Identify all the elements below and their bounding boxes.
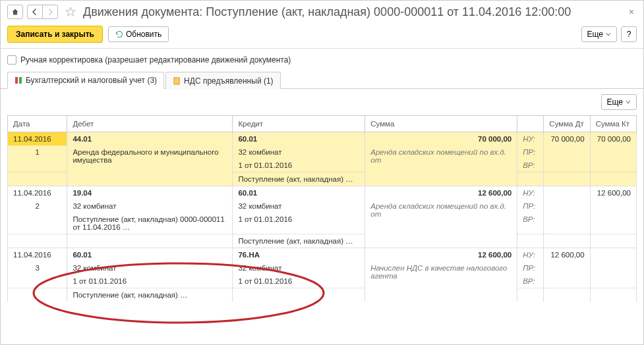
table-row[interactable]: 11.04.2016 19.04 60.01 12 600,00 НУ: 12 …	[8, 186, 637, 200]
tab-vat[interactable]: НДС предъявленный (1)	[165, 72, 280, 89]
movements-table: Дата Дебет Кредит Сумма Сумма Дт Сумма К…	[7, 115, 637, 302]
document-icon	[173, 77, 181, 85]
col-sum-dt[interactable]: Сумма Дт	[544, 116, 590, 132]
table-row[interactable]: Поступление (акт, накладная) …	[8, 234, 637, 248]
table-row[interactable]: Поступление (акт, накладная) …	[8, 288, 637, 302]
table-row[interactable]: Поступление (акт, накладная) …	[8, 172, 637, 186]
chevron-down-icon	[626, 99, 631, 105]
col-sum-kt[interactable]: Сумма Кт	[590, 116, 636, 132]
table-row[interactable]: 3 32 комбинат 32 комбинат Начислен НДС в…	[8, 261, 637, 275]
forward-button[interactable]	[42, 5, 58, 19]
manual-edit-label: Ручная корректировка (разрешает редактир…	[20, 55, 291, 65]
refresh-icon	[115, 30, 123, 38]
manual-edit-checkbox[interactable]	[7, 55, 16, 65]
col-date[interactable]: Дата	[8, 116, 67, 132]
table-row[interactable]: 1 Аренда федерального и муниципального и…	[8, 146, 637, 159]
col-sum[interactable]: Сумма	[365, 116, 517, 132]
svg-rect-2	[174, 78, 179, 84]
ledger-icon	[15, 76, 22, 84]
tab-accounting[interactable]: Бухгалтерский и налоговый учет (3)	[7, 72, 164, 89]
save-close-button[interactable]: Записать и закрыть	[7, 26, 103, 43]
table-row[interactable]: 11.04.2016 44.01 60.01 70 000,00 НУ: 70 …	[8, 132, 637, 146]
help-button[interactable]: ?	[621, 26, 637, 42]
svg-rect-1	[19, 77, 22, 84]
col-credit[interactable]: Кредит	[233, 116, 365, 132]
more-button[interactable]: Еще	[581, 26, 617, 42]
refresh-button[interactable]: Обновить	[108, 26, 169, 42]
svg-rect-0	[15, 77, 18, 84]
chevron-down-icon	[606, 32, 611, 37]
favorite-star-icon[interactable]	[65, 6, 76, 18]
table-row[interactable]: 11.04.2016 60.01 76.НА 12 600,00 НУ: 12 …	[8, 248, 637, 262]
table-row[interactable]: 2 32 комбинат 32 комбинат Аренда складск…	[8, 199, 637, 213]
table-row[interactable]: Поступление (акт, накладная) 0000-000011…	[8, 213, 637, 234]
close-button[interactable]: ×	[626, 7, 637, 17]
home-button[interactable]	[7, 5, 23, 19]
table-more-button[interactable]: Еще	[601, 94, 637, 110]
table-header-row: Дата Дебет Кредит Сумма Сумма Дт Сумма К…	[8, 116, 637, 132]
page-title: Движения документа: Поступление (акт, на…	[83, 5, 571, 19]
back-button[interactable]	[27, 5, 43, 19]
col-debit[interactable]: Дебет	[67, 116, 233, 132]
table-row[interactable]: 1 от 01.01.2016 1 от 01.01.2016 ВР:	[8, 275, 637, 288]
